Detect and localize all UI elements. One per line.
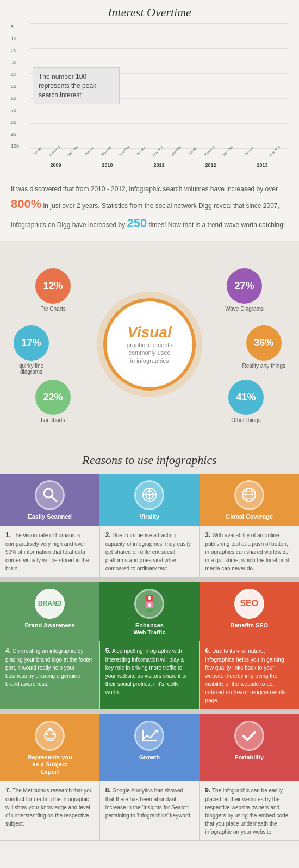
portable-label: Portability <box>234 754 264 761</box>
svg-point-21 <box>46 733 47 734</box>
reasons-section: Reasons to use infographics Easily Scann… <box>0 448 299 841</box>
web-label: EnhancesWeb Traffic <box>133 622 165 636</box>
center-circle: Visual graphic elementscommonly usedin i… <box>103 298 196 391</box>
reason-card-brand: BRAND Brand Awareness <box>0 582 99 641</box>
expert-icon <box>35 721 65 751</box>
global-label: Global Coverage <box>226 513 273 520</box>
scan-icon <box>35 480 65 510</box>
chart-section: Interest Overtime 100 90 80 70 60 50 40 … <box>0 0 299 179</box>
pct-label-pie: Pie Charts <box>40 306 66 312</box>
svg-rect-20 <box>48 728 52 729</box>
pct-quirky: 17% quirky linediagrams <box>14 325 49 375</box>
reason-card-scan: Easily Scanned <box>0 474 99 526</box>
seo-label: Benefits SEO <box>230 622 268 629</box>
svg-point-22 <box>53 733 54 734</box>
stat-text-block: It was discovered that from 2010 - 2012,… <box>0 179 299 241</box>
pct-bubble-pie: 12% <box>35 268 71 304</box>
pct-bubble-reality: 36% <box>246 325 282 361</box>
portable-icon <box>234 721 264 751</box>
center-title: Visual <box>127 324 171 341</box>
pct-label-quirky: quirky linediagrams <box>19 363 43 375</box>
global-icon <box>234 480 264 510</box>
visual-diagram: 12% Pie Charts 27% Wave Diagrams 17% qui… <box>5 252 294 437</box>
reason-text-9: 9. The infographic can be easily placed … <box>200 781 299 840</box>
reason-icon-row-3: Represents youas a SubjectExpert Growth … <box>0 714 299 781</box>
chart-tooltip: The number 100 represents the peak searc… <box>33 67 120 104</box>
web-icon <box>134 589 164 619</box>
expert-label: Represents youas a SubjectExpert <box>27 754 72 776</box>
reasons-title: Reasons to use infographics <box>0 453 299 467</box>
center-subtitle: graphic elementscommonly usedin infograp… <box>127 341 172 364</box>
x-axis: Jan-apr May-Aug Sept-Dec 2009 Jan-apr Ma… <box>30 149 288 168</box>
reason-text-1: 1. The vision rate of humans is comparat… <box>0 526 100 577</box>
growth-label: Growth <box>139 754 160 761</box>
reason-card-growth: Growth <box>99 714 199 781</box>
pct-pie-charts: 12% Pie Charts <box>35 268 71 312</box>
pct-bubble-bar: 22% <box>35 380 71 415</box>
visual-section: 12% Pie Charts 27% Wave Diagrams 17% qui… <box>0 241 299 448</box>
brand-label: Brand Awareness <box>25 622 75 629</box>
pct-label-wave: Wave Diagrams <box>225 306 264 312</box>
reason-text-2: 2. Due to immense attracting capacity of… <box>100 526 200 577</box>
chart-container: 100 90 80 70 60 50 40 30 20 10 5 <box>11 24 288 176</box>
viral-icon <box>134 480 164 510</box>
reason-text-6: 6. Due to its viral nature, infographics… <box>200 641 299 709</box>
stat-highlight1: 800% <box>11 197 41 211</box>
stat-prefix: It was discovered that from 2010 - 2012,… <box>11 185 278 193</box>
growth-icon <box>134 721 164 751</box>
reason-text-4: 4. On creating an infographic by placing… <box>0 641 100 709</box>
reason-text-row-1: 1. The vision rate of humans is comparat… <box>0 526 299 578</box>
pct-reality: 36% Reality arty things <box>242 325 285 369</box>
brand-icon: BRAND <box>35 589 65 619</box>
pct-bubble-wave: 27% <box>227 268 262 304</box>
svg-point-15 <box>148 596 151 600</box>
divider-1 <box>0 578 299 582</box>
pct-wave-diagrams: 27% Wave Diagrams <box>225 268 264 312</box>
reason-card-web: EnhancesWeb Traffic <box>99 582 199 641</box>
stat-highlight2: 250 <box>127 216 147 230</box>
svg-point-16 <box>148 603 151 607</box>
chart-title: Interest Overtime <box>11 5 288 20</box>
pct-label-other: Other things <box>231 417 260 423</box>
reason-card-expert: Represents youas a SubjectExpert <box>0 714 99 781</box>
pct-bubble-quirky: 17% <box>14 325 49 361</box>
reason-card-viral: Virality <box>99 474 199 526</box>
reason-text-8: 8. Google Analytics has showed that ther… <box>100 781 200 840</box>
reason-card-portable: Portability <box>200 714 299 781</box>
reason-card-seo: SEO Benefits SEO <box>200 582 299 641</box>
y-axis: 100 90 80 70 60 50 40 30 20 10 5 <box>11 24 19 149</box>
svg-line-1 <box>52 496 57 501</box>
stat-suffix: times! Now that is a trend wave worth ca… <box>147 221 285 229</box>
reason-text-row-3: 7. The Meticulous research that you cond… <box>0 781 299 841</box>
seo-icon: SEO <box>234 589 264 619</box>
reason-card-global: Global Coverage <box>200 474 299 526</box>
reason-text-3: 3. With availability of an online publis… <box>200 526 299 577</box>
scan-label: Easily Scanned <box>28 513 72 520</box>
reason-text-5: 5. A compelling infographic with interes… <box>100 641 200 709</box>
viral-label: Virality <box>140 513 160 520</box>
pct-label-reality: Reality arty things <box>242 363 285 369</box>
reason-icon-row-1: Easily Scanned Virality <box>0 474 299 526</box>
pct-bar-charts: 22% bar charts <box>35 380 71 423</box>
reason-text-row-2: 4. On creating an infographic by placing… <box>0 641 299 710</box>
pct-other: 41% Other things <box>228 380 264 423</box>
divider-2 <box>0 710 299 714</box>
svg-rect-14 <box>146 609 153 612</box>
reason-icon-row-2: BRAND Brand Awareness EnhancesWeb Traffi… <box>0 582 299 641</box>
pct-bubble-other: 41% <box>228 380 264 415</box>
reason-text-7: 7. The Meticulous research that you cond… <box>0 781 100 840</box>
pct-label-bar: bar charts <box>41 417 65 423</box>
